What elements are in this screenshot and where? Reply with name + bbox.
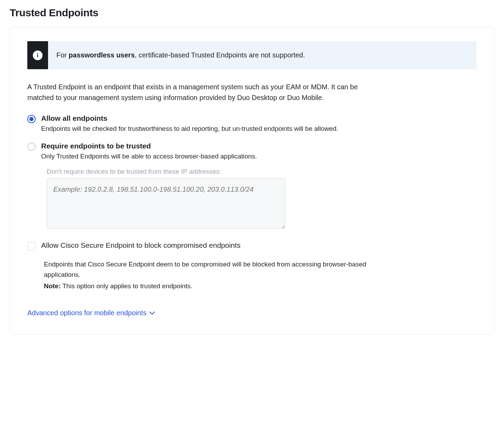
ip-exception-input[interactable]: [47, 178, 285, 229]
option-require-trusted-desc: Only Trusted Endpoints will be able to a…: [41, 152, 257, 161]
info-banner-prefix: For: [56, 51, 69, 59]
cisco-block-note: Note: This option only applies to truste…: [44, 281, 383, 291]
page-title: Trusted Endpoints: [10, 7, 494, 19]
advanced-options-label: Advanced options for mobile endpoints: [27, 309, 147, 317]
chevron-down-icon: [149, 311, 155, 315]
cisco-block-option[interactable]: Allow Cisco Secure Endpoint to block com…: [27, 241, 477, 250]
cisco-block-label: Allow Cisco Secure Endpoint to block com…: [41, 241, 241, 249]
info-icon: i: [27, 41, 48, 69]
option-require-trusted-label: Require endpoints to be trusted: [41, 142, 257, 150]
info-banner-suffix: , certificate-based Trusted Endpoints ar…: [135, 51, 305, 59]
advanced-options-link[interactable]: Advanced options for mobile endpoints: [27, 309, 155, 317]
trusted-endpoints-panel: i For passwordless users, certificate-ba…: [10, 27, 494, 335]
option-require-trusted[interactable]: Require endpoints to be trusted Only Tru…: [27, 142, 477, 161]
info-banner-bold: passwordless users: [69, 51, 135, 59]
option-allow-all[interactable]: Allow all endpoints Endpoints will be ch…: [27, 114, 477, 134]
ip-exception-label: Don't require devices to be trusted from…: [47, 168, 477, 175]
cisco-block-checkbox[interactable]: [27, 242, 36, 250]
cisco-block-note-label: Note:: [44, 282, 61, 290]
option-require-trusted-body: Require endpoints to be trusted Only Tru…: [41, 142, 257, 161]
option-allow-all-body: Allow all endpoints Endpoints will be ch…: [41, 114, 338, 134]
cisco-block-desc-text: Endpoints that Cisco Secure Endpoint dee…: [44, 259, 383, 280]
intro-text: A Trusted Endpoint is an endpoint that e…: [27, 82, 373, 103]
info-icon-glyph: i: [33, 51, 43, 60]
option-allow-all-desc: Endpoints will be checked for trustworth…: [41, 124, 338, 134]
info-banner-message: For passwordless users, certificate-base…: [48, 41, 313, 69]
option-allow-all-label: Allow all endpoints: [41, 114, 338, 122]
radio-allow-all[interactable]: [27, 115, 36, 123]
ip-exception-block: Don't require devices to be trusted from…: [47, 168, 477, 230]
info-banner: i For passwordless users, certificate-ba…: [27, 41, 477, 69]
cisco-block-note-text: This option only applies to trusted endp…: [61, 282, 193, 290]
radio-require-trusted[interactable]: [27, 143, 36, 151]
cisco-block-description: Endpoints that Cisco Secure Endpoint dee…: [44, 259, 383, 291]
